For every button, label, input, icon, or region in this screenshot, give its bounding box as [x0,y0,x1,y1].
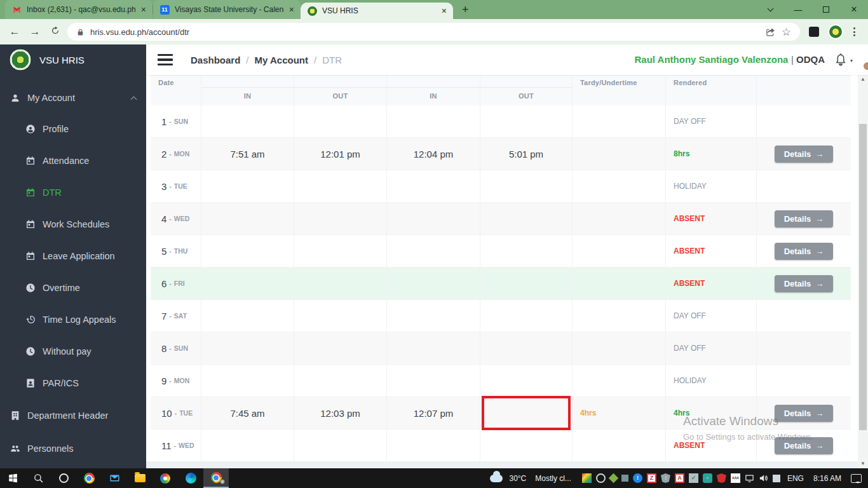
sidebar-item-dtr[interactable]: DTR [0,177,146,208]
safety-tray-icon[interactable] [609,473,619,484]
history-icon [25,315,36,325]
sidebar-item-my-account[interactable]: My Account [0,83,146,113]
details-button[interactable]: Details→ [775,243,834,260]
table-row: 9-MON HOLIDAY [151,365,851,397]
dtr-table: Date Tardy/Undertime Rendered IN OUT IN [151,75,851,462]
clock-icon [25,283,36,293]
bookmark-star-icon[interactable]: ☆ [782,25,791,39]
sidebar-item-time-log-appeals[interactable]: Time Log Appeals [0,304,146,336]
browser-profile-avatar[interactable] [828,24,843,39]
tab-gmail[interactable]: Inbox (2,631) - qac@vsu.edu.ph - × [5,0,153,19]
tab-close-icon[interactable]: × [141,4,146,15]
close-window-button[interactable]: × [840,0,868,19]
cortana-icon[interactable] [51,468,76,488]
paint-icon[interactable] [153,468,178,488]
chrome-taskbar-icon[interactable] [76,468,102,488]
grid-aaa-tray-icon[interactable]: AAA [731,473,740,483]
url-text[interactable]: hris.vsu.edu.ph/account/dtr [90,27,759,37]
new-tab-button[interactable]: + [462,3,469,17]
layers-tray-icon[interactable] [773,475,780,482]
bell-icon[interactable] [834,53,848,67]
sidebar-item-department-header[interactable]: Department Header [0,399,146,432]
paint3d-tray-icon[interactable] [582,473,592,483]
snip-tray-icon[interactable]: ◦ [703,473,712,483]
sync-tray-icon[interactable] [596,473,606,483]
display-network-tray-icon[interactable] [745,473,754,483]
acrobat-tray-icon[interactable]: A [675,473,684,483]
sidebar-item-without-pay[interactable]: Without pay [0,336,146,367]
user-icon [10,93,20,103]
edge-icon[interactable] [178,468,203,488]
sidebar-item-leave-application[interactable]: Leave Application [0,240,146,272]
mail-icon[interactable] [102,468,127,488]
details-button[interactable]: Details→ [775,405,834,422]
defender-warning-tray-icon[interactable]: ! [661,473,670,483]
sidebar-item-label: My Account [27,93,75,103]
chrome-active-window-icon[interactable] [203,468,229,488]
action-center-icon[interactable] [851,474,862,483]
share-icon[interactable] [765,27,776,37]
start-button[interactable] [0,468,25,488]
breadcrumb-dashboard[interactable]: Dashboard [191,55,240,65]
minimize-button[interactable]: — [784,0,812,19]
status-badge: 4hrs [674,409,689,417]
reload-button[interactable] [47,25,64,39]
user-area: Raul Anthony Santiago Valenzona | ODQA ▾ [634,53,857,67]
sidebar-item-work-schedules[interactable]: Work Schedules [0,208,146,240]
hamburger-menu-icon[interactable] [158,54,173,65]
table-row: 4-WED ABSENT Details→ [151,203,851,235]
scroll-up-arrow[interactable]: ▲ [860,75,865,84]
sidebar-menu: My Account Profile Attendance DTR Work S… [0,75,146,465]
tab-close-icon[interactable]: × [442,6,447,16]
weather-widget[interactable]: 30°C Mostly cl... [490,474,573,483]
details-button[interactable]: Details→ [775,437,834,454]
tab-close-icon[interactable]: × [289,4,294,15]
table-row: 3-TUE HOLIDAY [151,170,851,203]
tab-calendar[interactable]: 11 Visayas State University - Calenda × [153,0,301,19]
details-button[interactable]: Details→ [775,146,834,163]
side-panel-icon[interactable] [809,27,819,37]
sidebar-item-par-ics[interactable]: PAR/ICS [0,367,146,399]
volume-icon[interactable] [759,473,768,483]
col-header-tardy: Tardy/Undertime [573,76,666,88]
sidebar-item-label: Personnels [27,444,74,454]
maximize-button[interactable] [812,0,840,19]
browser-menu-icon[interactable] [853,27,855,36]
forward-button[interactable]: → [27,25,43,38]
details-button[interactable]: Details→ [775,275,834,292]
tab-vsu-hris[interactable]: VSU HRIS × [301,3,453,19]
arrow-right-icon: → [815,441,824,451]
avatar-caret-icon[interactable]: ▾ [850,58,853,64]
scroll-down-arrow[interactable]: ▼ [860,459,865,468]
details-button[interactable]: Details→ [775,210,834,227]
reminder-tray-icon[interactable]: ! [633,473,642,483]
calendar-icon [25,156,36,166]
sidebar-item-personnels[interactable]: Personnels [0,432,146,465]
update-check-tray-icon[interactable]: ✓ [689,473,698,483]
scrollbar-thumb[interactable] [859,124,867,430]
calendar-icon [25,251,36,261]
address-bar[interactable]: hris.vsu.edu.ph/account/dtr ☆ [67,23,800,41]
back-button[interactable]: ← [6,25,23,38]
language-indicator[interactable]: ENG [785,474,806,483]
vertical-scrollbar[interactable]: ▲ ▼ [858,75,868,468]
sidebar-item-profile[interactable]: Profile [0,113,146,145]
sidebar-item-overtime[interactable]: Overtime [0,272,146,304]
table-row: 11-WED ABSENT Details→ [151,430,851,462]
breadcrumb-my-account[interactable]: My Account [255,55,308,65]
sidebar-item-attendance[interactable]: Attendance [0,145,146,177]
clock[interactable]: 8:16 AM [811,474,844,483]
status-badge: 8hrs [674,149,689,158]
security-shield-tray-icon[interactable] [717,473,726,483]
zotero-tray-icon[interactable]: Z [647,473,656,483]
windows-taskbar: 30°C Mostly cl... ! Z ! A ✓ ◦ AAA ENG 8:… [0,468,868,488]
table-row: 7-SAT DAY OFF [151,300,851,332]
file-explorer-icon[interactable] [127,468,153,488]
window-menu-button[interactable] [756,0,784,19]
tool-tray-icon[interactable] [621,475,628,482]
browser-toolbar: ← → hris.vsu.edu.ph/account/dtr ☆ [0,19,868,44]
search-icon[interactable] [25,468,51,488]
tab-title: VSU HRIS [322,6,437,15]
users-icon [10,444,20,454]
arrow-right-icon: → [815,149,824,159]
